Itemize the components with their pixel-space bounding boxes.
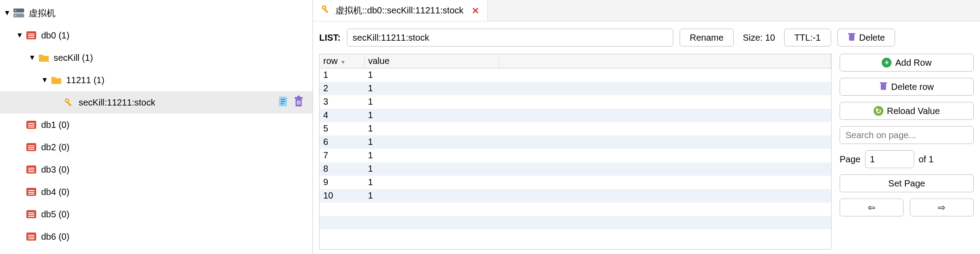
svg-point-3 [15,15,17,16]
tree-db6[interactable]: db6 (0) [0,225,313,248]
page-label: Page [840,154,861,165]
svg-rect-21 [849,34,854,41]
delete-button[interactable]: Delete [837,29,896,47]
database-icon [25,141,38,153]
svg-rect-7 [67,102,72,106]
search-input[interactable] [840,126,974,144]
cell-row: 8 [320,162,364,176]
cell-value: 1 [364,68,498,82]
table-row[interactable]: 41 [320,109,831,122]
tree-folder-seckill[interactable]: ▼ secKill (1) [0,47,313,69]
close-icon[interactable]: ✕ [472,5,479,16]
col-spacer [498,54,831,68]
arrow-right-icon: ⇨ [938,202,946,213]
tree-db4[interactable]: db4 (0) [0,181,313,203]
sort-desc-icon: ▼ [340,59,346,65]
tree-label: db3 (0) [41,165,69,175]
database-icon [25,186,38,198]
svg-point-6 [66,100,68,102]
chevron-down-icon: ▼ [4,9,13,17]
delete-row-button[interactable]: Delete row [840,78,974,96]
add-row-label: Add Row [895,58,931,68]
list-table: row▼ value 112131415161718191101 [319,54,832,250]
tree-label: db1 (0) [41,120,69,130]
trash-icon[interactable] [294,96,304,110]
cell-value: 1 [364,162,498,176]
tree-label: secKill:11211:stock [79,97,155,108]
cell-row: 10 [320,189,364,203]
delete-label: Delete [859,33,885,43]
tab-title: 虚拟机::db0::secKill:11211:stock [335,4,464,17]
tree-db5[interactable]: db5 (0) [0,203,313,225]
cell-value: 1 [364,176,498,189]
tree-label: db4 (0) [41,187,69,197]
svg-point-2 [15,10,17,11]
col-row[interactable]: row▼ [320,54,364,68]
page-of-label: of 1 [919,154,934,165]
reload-button[interactable]: ↻ Reload Value [840,102,974,120]
chevron-down-icon: ▼ [41,76,50,84]
trash-icon [879,81,887,93]
cell-value: 1 [364,122,498,135]
table-row[interactable]: 101 [320,189,831,203]
reload-icon: ↻ [874,106,883,116]
rename-button[interactable]: Rename [680,29,734,47]
key-name-input[interactable] [347,29,673,47]
tree-label: db0 (1) [41,30,69,41]
svg-rect-10 [295,97,303,99]
tab-bar: 虚拟机::db0::secKill:11211:stock ✕ [313,0,980,21]
tree-db1[interactable]: db1 (0) [0,114,313,136]
cell-row: 3 [320,95,364,109]
page-input[interactable] [865,150,914,168]
filter-icon[interactable] [278,96,288,110]
tree-label: db2 (0) [41,142,69,152]
action-panel: + Add Row Delete row ↻ Reload Value Page… [840,54,974,250]
sidebar: ▼ 虚拟机 ▼ db0 (1) ▼ secKill (1) ▼ 11211 (1… [0,0,313,254]
table-row[interactable]: 71 [320,149,831,162]
tree-key-stock[interactable]: secKill:11211:stock [0,91,313,114]
tree-label: 虚拟机 [29,7,55,19]
key-icon [63,96,75,109]
delete-row-label: Delete row [891,82,934,92]
table-row-empty [320,203,831,216]
set-page-button[interactable]: Set Page [840,174,974,192]
tree-label: db5 (0) [41,209,69,220]
table-row[interactable]: 31 [320,95,831,109]
table-row[interactable]: 61 [320,135,831,149]
tree-db3[interactable]: db3 (0) [0,158,313,181]
svg-point-19 [323,7,325,8]
cell-row: 6 [320,135,364,149]
ttl-button[interactable]: TTL:-1 [784,29,831,47]
prev-page-button[interactable]: ⇦ [840,199,904,216]
folder-icon [38,51,50,64]
chevron-down-icon: ▼ [16,31,25,39]
cell-row: 2 [320,82,364,95]
cell-value: 1 [364,135,498,149]
cell-value: 1 [364,149,498,162]
table-row[interactable]: 21 [320,82,831,95]
tab-key[interactable]: 虚拟机::db0::secKill:11211:stock ✕ [313,0,488,21]
svg-rect-24 [880,82,887,84]
database-icon [25,208,38,220]
tree-folder-11211[interactable]: ▼ 11211 (1) [0,69,313,91]
table-row[interactable]: 51 [320,122,831,135]
tree-server-root[interactable]: ▼ 虚拟机 [0,2,313,24]
cell-row: 7 [320,149,364,162]
tree-db2[interactable]: db2 (0) [0,136,313,158]
tree-db0[interactable]: ▼ db0 (1) [0,24,313,47]
table-row[interactable]: 91 [320,176,831,189]
database-icon [25,119,38,131]
trash-icon [848,32,856,43]
table-row-empty [320,216,831,229]
add-row-button[interactable]: + Add Row [840,54,974,72]
next-page-button[interactable]: ⇨ [910,199,974,216]
folder-icon [50,74,63,86]
table-row[interactable]: 81 [320,162,831,176]
table-row[interactable]: 11 [320,68,831,82]
col-value[interactable]: value [364,54,498,68]
key-toolbar: LIST: Rename Size: 10 TTL:-1 Delete [313,21,980,54]
svg-rect-23 [881,84,886,90]
cell-value: 1 [364,109,498,122]
database-icon [25,163,38,176]
database-icon [25,230,38,243]
